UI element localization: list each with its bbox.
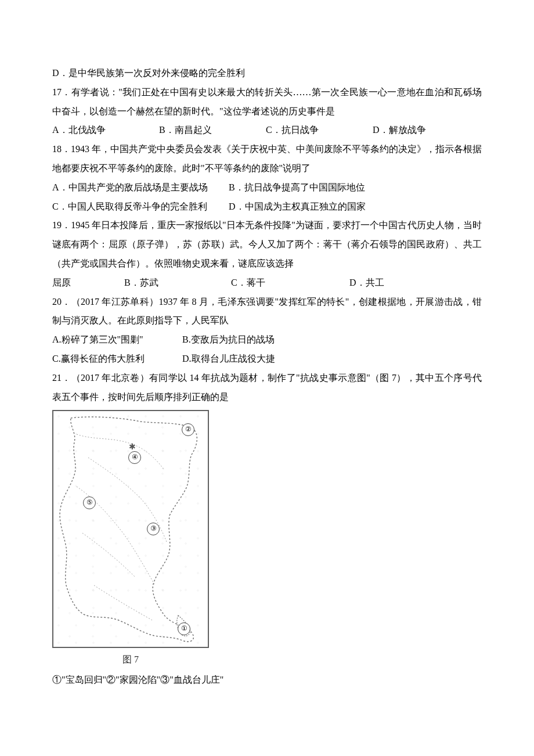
q18-stem: 18．1943 年，中国共产党中央委员会发表《关于庆祝中英、中美间废除不平等条约… xyxy=(52,140,482,178)
q18-option-a: A．中国共产党的敌后战场是主要战场 xyxy=(52,178,226,197)
map-marker-3: ③ xyxy=(147,523,160,535)
q19-options: 屈原 B．苏武 C．蒋干 D．共工 xyxy=(52,273,482,293)
q20-stem: 20．（2017 年江苏单科）1937 年 8 月，毛泽东强调要"发挥红军的特长… xyxy=(52,293,482,331)
q19-option-a: 屈原 xyxy=(52,273,122,293)
q18-option-d: D．中国成为主权真正独立的国家 xyxy=(229,197,366,217)
q21-stem: 21．（2017 年北京卷）有同学以 14 年抗战为题材，制作了"抗战史事示意图… xyxy=(52,369,482,407)
map-marker-4: ④ xyxy=(128,451,141,464)
q17-option-c: C．抗日战争 xyxy=(266,121,370,140)
q18-option-b: B．抗日战争提高了中国国际地位 xyxy=(229,178,365,197)
q19-stem: 19．1945 年日本投降后，重庆一家报纸以"日本无条件投降"为谜面，要求打一个… xyxy=(52,216,482,273)
map-marker-5: ⑤ xyxy=(83,496,96,509)
map-marker-2: ② xyxy=(182,423,194,436)
map-marker-1: ① xyxy=(178,622,190,635)
q18-options-row2: C．中国人民取得反帝斗争的完全胜利 D．中国成为主权真正独立的国家 xyxy=(52,197,482,217)
q20-options-row1: A.粉碎了第三次"围剿" B.变敌后为抗日的战场 xyxy=(52,330,482,350)
exam-page: D．是中华民族第一次反对外来侵略的完全胜利 17．有学者说："我们正处在中国有史… xyxy=(0,0,534,756)
q17-option-d: D．解放战争 xyxy=(373,121,426,140)
figure-caption: 图 7 xyxy=(52,650,209,669)
q20-option-a: A.粉碎了第三次"围剿" xyxy=(52,330,180,350)
q19-option-b: B．苏武 xyxy=(124,273,229,293)
q18-option-c: C．中国人民取得反帝斗争的完全胜利 xyxy=(52,197,226,217)
china-map-outline: ✱ ① ② ③ ④ ⑤ xyxy=(52,410,209,648)
q21-legend: ①"宝岛回归"②"家园沦陷"③"血战台儿庄" xyxy=(52,671,482,690)
q17-option-b: B．南昌起义 xyxy=(159,121,264,140)
q17-options: A．北伐战争 B．南昌起义 C．抗日战争 D．解放战争 xyxy=(52,121,482,140)
q20-option-b: B.变敌后为抗日的战场 xyxy=(182,330,275,350)
q20-option-c: C.赢得长征的伟大胜利 xyxy=(52,350,180,369)
q21-figure: ✱ ① ② ③ ④ ⑤ 图 7 xyxy=(52,410,482,669)
q19-option-d: D．共工 xyxy=(349,273,384,293)
q16-option-d: D．是中华民族第一次反对外来侵略的完全胜利 xyxy=(52,64,482,83)
q20-option-d: D.取得台儿庄战役大捷 xyxy=(182,350,275,369)
q17-option-a: A．北伐战争 xyxy=(52,121,157,140)
q18-options-row1: A．中国共产党的敌后战场是主要战场 B．抗日战争提高了中国国际地位 xyxy=(52,178,482,197)
q19-option-c: C．蒋干 xyxy=(231,273,347,293)
q20-options-row2: C.赢得长征的伟大胜利 D.取得台儿庄战役大捷 xyxy=(52,350,482,369)
q17-stem: 17．有学者说："我们正处在中国有史以来最大的转折关头……第一次全民族一心一意地… xyxy=(52,83,482,121)
